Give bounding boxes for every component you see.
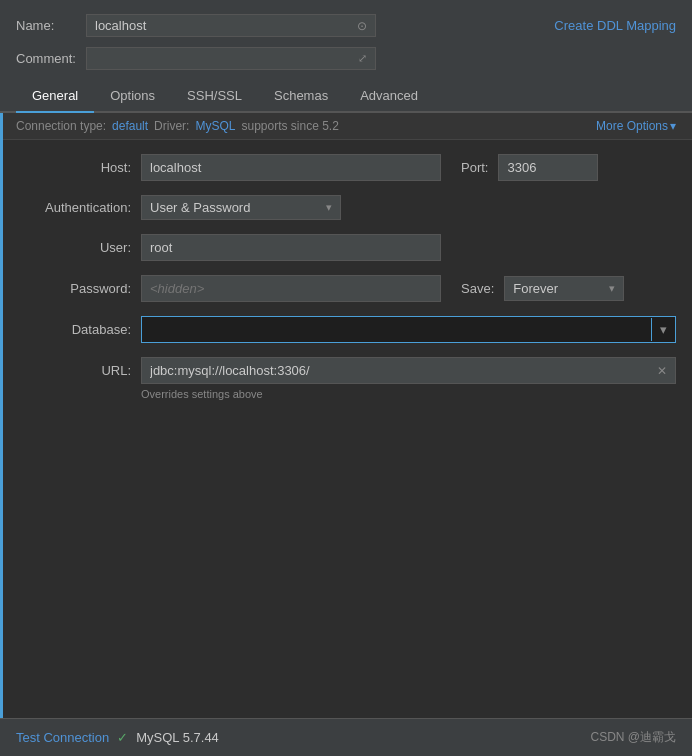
name-input[interactable] xyxy=(95,18,351,33)
name-input-wrapper: ⊙ xyxy=(86,14,376,37)
save-label: Save: xyxy=(461,281,494,296)
comment-input[interactable] xyxy=(95,51,358,66)
user-input[interactable] xyxy=(141,234,441,261)
auth-row: Authentication: User & Password ▾ xyxy=(16,195,676,220)
url-input-wrapper: ✕ xyxy=(141,357,676,384)
save-select[interactable]: Forever ▾ xyxy=(504,276,624,301)
name-row: Name: ⊙ Create DDL Mapping xyxy=(16,14,676,37)
watermark: CSDN @迪霸戈 xyxy=(590,729,676,746)
top-bar: Name: ⊙ Create DDL Mapping Comment: ⤢ xyxy=(0,0,692,80)
tab-advanced[interactable]: Advanced xyxy=(344,80,434,113)
form-area: Host: Port: Authentication: User & Passw… xyxy=(0,140,692,357)
password-row: Password: Save: Forever ▾ xyxy=(16,275,676,302)
tab-schemas[interactable]: Schemas xyxy=(258,80,344,113)
check-icon: ✓ xyxy=(117,730,128,745)
left-accent xyxy=(0,113,3,718)
name-label: Name: xyxy=(16,18,76,33)
user-row: User: xyxy=(16,234,676,261)
comment-row: Comment: ⤢ xyxy=(16,47,676,70)
bottom-bar: Test Connection ✓ MySQL 5.7.44 CSDN @迪霸戈 xyxy=(0,718,692,756)
url-hint: Overrides settings above xyxy=(141,388,676,400)
more-options-button[interactable]: More Options ▾ xyxy=(596,119,676,133)
expand-icon[interactable]: ⤢ xyxy=(358,52,367,65)
url-label: URL: xyxy=(16,363,131,378)
test-connection-button[interactable]: Test Connection xyxy=(16,730,109,745)
user-label: User: xyxy=(16,240,131,255)
create-ddl-link[interactable]: Create DDL Mapping xyxy=(554,18,676,33)
comment-label: Comment: xyxy=(16,51,76,66)
host-label: Host: xyxy=(16,160,131,175)
tabs-bar: General Options SSH/SSL Schemas Advanced xyxy=(0,80,692,113)
password-input[interactable] xyxy=(141,275,441,302)
password-label: Password: xyxy=(16,281,131,296)
supports-text: supports since 5.2 xyxy=(241,119,338,133)
dialog: Name: ⊙ Create DDL Mapping Comment: ⤢ Ge… xyxy=(0,0,692,756)
port-input[interactable] xyxy=(498,154,598,181)
database-dropdown-icon[interactable]: ▾ xyxy=(651,318,675,341)
more-options-label: More Options xyxy=(596,119,668,133)
auth-label: Authentication: xyxy=(16,200,131,215)
settings-icon: ⊙ xyxy=(357,19,367,33)
url-clear-icon[interactable]: ✕ xyxy=(649,360,675,382)
host-row: Host: Port: xyxy=(16,154,676,181)
auth-dropdown-icon: ▾ xyxy=(326,201,332,214)
info-bar: Connection type: default Driver: MySQL s… xyxy=(0,113,692,140)
url-input[interactable] xyxy=(142,358,649,383)
driver-value: MySQL xyxy=(195,119,235,133)
database-input-wrapper: ▾ xyxy=(141,316,676,343)
mysql-version: MySQL 5.7.44 xyxy=(136,730,219,745)
save-dropdown-icon: ▾ xyxy=(609,282,615,295)
driver-label: Driver: xyxy=(154,119,189,133)
auth-select[interactable]: User & Password ▾ xyxy=(141,195,341,220)
save-select-value: Forever xyxy=(513,281,609,296)
content-area: Connection type: default Driver: MySQL s… xyxy=(0,113,692,718)
url-row: URL: ✕ xyxy=(16,357,676,384)
tab-general[interactable]: General xyxy=(16,80,94,113)
tab-options[interactable]: Options xyxy=(94,80,171,113)
database-row: Database: ▾ xyxy=(16,316,676,343)
host-input[interactable] xyxy=(141,154,441,181)
comment-input-wrapper: ⤢ xyxy=(86,47,376,70)
auth-select-value: User & Password xyxy=(150,200,326,215)
tab-sshssl[interactable]: SSH/SSL xyxy=(171,80,258,113)
url-section: URL: ✕ Overrides settings above xyxy=(0,357,692,400)
database-input[interactable] xyxy=(142,317,651,342)
spacer xyxy=(0,400,692,718)
database-label: Database: xyxy=(16,322,131,337)
port-label: Port: xyxy=(461,160,488,175)
connection-type-label: Connection type: xyxy=(16,119,106,133)
chevron-down-icon: ▾ xyxy=(670,119,676,133)
connection-type-value: default xyxy=(112,119,148,133)
